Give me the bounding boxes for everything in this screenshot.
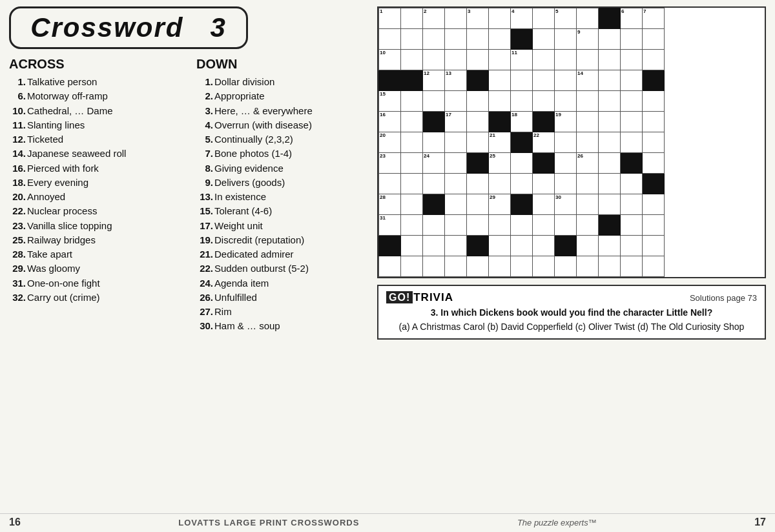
grid-cell[interactable] (423, 174, 445, 194)
grid-cell[interactable] (577, 236, 599, 256)
grid-cell[interactable] (577, 112, 599, 132)
grid-cell[interactable] (445, 50, 467, 70)
grid-cell[interactable] (599, 29, 621, 50)
grid-cell[interactable]: 26 (577, 153, 599, 174)
grid-cell[interactable] (555, 256, 577, 277)
grid-cell[interactable] (599, 256, 621, 277)
grid-cell[interactable] (577, 256, 599, 277)
grid-cell[interactable] (533, 236, 555, 256)
grid-cell[interactable] (555, 153, 577, 174)
grid-cell[interactable] (621, 215, 643, 236)
grid-cell[interactable] (401, 236, 423, 256)
grid-cell[interactable] (401, 50, 423, 70)
grid-cell[interactable]: 6 (621, 8, 643, 29)
grid-cell[interactable] (401, 215, 423, 236)
grid-cell[interactable] (445, 215, 467, 236)
grid-cell[interactable]: 30 (555, 194, 577, 215)
grid-cell[interactable] (643, 132, 665, 153)
grid-cell[interactable] (379, 174, 401, 194)
grid-cell[interactable] (621, 174, 643, 194)
grid-cell[interactable] (533, 194, 555, 215)
grid-cell[interactable]: 22 (533, 132, 555, 153)
grid-cell[interactable] (533, 50, 555, 70)
grid-cell[interactable]: 28 (379, 194, 401, 215)
grid-cell[interactable] (423, 91, 445, 112)
grid-cell[interactable] (599, 91, 621, 112)
grid-cell[interactable] (643, 236, 665, 256)
grid-cell[interactable] (533, 256, 555, 277)
grid-cell[interactable] (445, 256, 467, 277)
grid-cell[interactable] (489, 29, 511, 50)
grid-cell[interactable]: 7 (643, 8, 665, 29)
grid-cell[interactable] (555, 91, 577, 112)
grid-cell[interactable] (555, 132, 577, 153)
grid-cell[interactable] (555, 215, 577, 236)
grid-cell[interactable] (379, 256, 401, 277)
grid-cell[interactable] (489, 70, 511, 91)
grid-cell[interactable] (445, 174, 467, 194)
grid-cell[interactable]: 20 (379, 132, 401, 153)
grid-cell[interactable]: 12 (423, 70, 445, 91)
grid-cell[interactable] (621, 50, 643, 70)
grid-cell[interactable] (489, 8, 511, 29)
grid-cell[interactable] (511, 236, 533, 256)
grid-cell[interactable] (489, 174, 511, 194)
grid-cell[interactable] (599, 174, 621, 194)
grid-cell[interactable] (555, 174, 577, 194)
grid-cell[interactable] (621, 132, 643, 153)
grid-cell[interactable] (511, 153, 533, 174)
grid-cell[interactable] (489, 215, 511, 236)
crossword-grid[interactable]: 1234567910111213141516171819202122232425… (377, 6, 766, 278)
grid-cell[interactable] (445, 8, 467, 29)
grid-cell[interactable] (401, 112, 423, 132)
grid-cell[interactable] (467, 215, 489, 236)
grid-cell[interactable] (467, 174, 489, 194)
grid-cell[interactable] (621, 29, 643, 50)
grid-cell[interactable] (379, 29, 401, 50)
grid-cell[interactable] (643, 215, 665, 236)
grid-cell[interactable] (467, 256, 489, 277)
grid-cell[interactable]: 9 (577, 29, 599, 50)
grid-cell[interactable] (621, 256, 643, 277)
grid-cell[interactable] (467, 91, 489, 112)
grid-cell[interactable]: 25 (489, 153, 511, 174)
grid-cell[interactable]: 19 (555, 112, 577, 132)
grid-cell[interactable] (445, 153, 467, 174)
grid-cell[interactable] (423, 29, 445, 50)
grid-cell[interactable] (401, 29, 423, 50)
grid-cell[interactable] (577, 194, 599, 215)
grid-cell[interactable]: 18 (511, 112, 533, 132)
grid-cell[interactable] (533, 29, 555, 50)
grid-cell[interactable] (423, 256, 445, 277)
grid-cell[interactable]: 29 (489, 194, 511, 215)
grid-cell[interactable] (533, 8, 555, 29)
grid-cell[interactable] (401, 194, 423, 215)
grid-cell[interactable]: 11 (511, 50, 533, 70)
grid-cell[interactable] (445, 29, 467, 50)
grid-cell[interactable]: 1 (379, 8, 401, 29)
grid-cell[interactable]: 3 (467, 8, 489, 29)
grid-cell[interactable] (511, 70, 533, 91)
grid-cell[interactable] (445, 132, 467, 153)
grid-cell[interactable] (643, 91, 665, 112)
grid-cell[interactable]: 5 (555, 8, 577, 29)
grid-cell[interactable] (621, 91, 643, 112)
grid-cell[interactable]: 14 (577, 70, 599, 91)
grid-cell[interactable] (577, 50, 599, 70)
grid-cell[interactable]: 16 (379, 112, 401, 132)
grid-cell[interactable] (467, 29, 489, 50)
grid-cell[interactable] (533, 70, 555, 91)
grid-cell[interactable]: 10 (379, 50, 401, 70)
grid-cell[interactable] (423, 236, 445, 256)
grid-cell[interactable] (511, 174, 533, 194)
grid-cell[interactable] (401, 8, 423, 29)
grid-cell[interactable] (555, 70, 577, 91)
grid-cell[interactable] (445, 236, 467, 256)
grid-cell[interactable] (489, 236, 511, 256)
grid-cell[interactable]: 15 (379, 91, 401, 112)
grid-cell[interactable] (643, 256, 665, 277)
grid-cell[interactable] (401, 153, 423, 174)
grid-cell[interactable] (577, 91, 599, 112)
grid-cell[interactable] (467, 50, 489, 70)
grid-cell[interactable] (643, 50, 665, 70)
